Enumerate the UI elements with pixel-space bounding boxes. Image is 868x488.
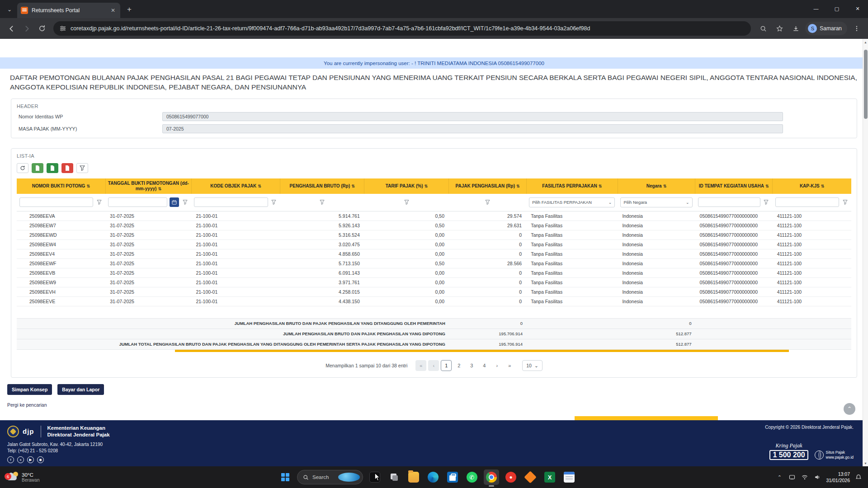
export-csv-button[interactable] [32, 163, 43, 173]
pagination-page-button[interactable]: 1 [441, 360, 452, 371]
volume-icon[interactable] [813, 473, 821, 481]
pagination-page-button[interactable]: 4 [479, 360, 490, 371]
scroll-to-top-button[interactable]: ⌃ [844, 403, 855, 415]
filter-funnel-icon[interactable] [484, 199, 491, 206]
taskbar-whatsapp[interactable]: ✆ [464, 469, 480, 485]
notification-bell-icon[interactable] [854, 473, 863, 481]
bookmark-star-icon[interactable] [773, 22, 786, 35]
table-row[interactable]: 25098EEVH31-07-202521-100-014.258.0150,0… [17, 287, 851, 296]
scrollbar-thumb[interactable] [864, 50, 868, 119]
column-header[interactable]: KAP-KJS⇅ [773, 178, 851, 194]
downloads-icon[interactable] [789, 22, 802, 35]
table-row[interactable]: 25098EEW431-07-202521-100-013.020.4750,0… [17, 239, 851, 249]
page-scrollbar[interactable]: ▲ ▼ [863, 39, 868, 466]
browser-tab-active[interactable]: Returnsheets Portal ✕ [17, 3, 120, 18]
taskbar-store[interactable] [445, 469, 460, 485]
window-close-button[interactable]: ✕ [847, 0, 868, 17]
taskbar-task-view[interactable] [387, 469, 402, 485]
sort-icon[interactable]: ⇅ [516, 184, 520, 188]
filter-funnel-icon[interactable] [95, 199, 103, 206]
reload-button[interactable] [35, 22, 49, 35]
sort-icon[interactable]: ⇅ [158, 187, 161, 191]
page-size-select[interactable]: 10 ⌄ [522, 360, 542, 371]
filter-kap-kjs-input[interactable] [775, 197, 839, 207]
table-row[interactable]: 25098EEW731-07-202521-100-015.926.1430,5… [17, 221, 851, 230]
pagination-last-button[interactable]: » [504, 360, 515, 371]
column-header[interactable]: NOMOR BUKTI POTONG⇅ [17, 178, 105, 194]
column-header[interactable]: Negara⇅ [618, 178, 695, 194]
sort-icon[interactable]: ⇅ [765, 184, 769, 188]
filter-funnel-icon[interactable] [270, 199, 278, 206]
filter-funnel-icon[interactable] [841, 199, 849, 206]
taskbar-excel[interactable]: X [542, 469, 557, 485]
pagination-page-button[interactable]: 3 [466, 360, 477, 371]
export-pdf-button[interactable] [61, 163, 73, 173]
sort-icon[interactable]: ⇅ [663, 184, 667, 188]
taskbar-clock[interactable]: 13:07 31/01/2026 [826, 471, 850, 483]
column-header[interactable]: PENGHASILAN BRUTO (Rp)⇅ [280, 178, 364, 194]
sort-icon[interactable]: ⇅ [258, 184, 261, 188]
sort-icon[interactable]: ⇅ [86, 184, 90, 188]
tray-chevron-icon[interactable]: ⌃ [775, 473, 783, 481]
filter-fasilitas-select[interactable]: Pilih FASILITAS PERPAJAKAN⌄ [529, 197, 615, 207]
table-row[interactable]: 25098EEVA31-07-202521-100-015.914.7610,5… [17, 211, 851, 221]
site-info-icon[interactable] [60, 25, 66, 32]
filter-id-tempat-input[interactable] [698, 197, 760, 207]
table-row[interactable]: 25098EEW931-07-202521-100-013.971.7610,0… [17, 277, 851, 287]
taskbar-app-orange[interactable] [523, 469, 538, 485]
taskbar-edge[interactable] [425, 469, 441, 485]
start-button[interactable] [278, 469, 293, 485]
taskbar-app-red[interactable]: ● [503, 469, 519, 485]
column-header[interactable]: ID TEMPAT KEGIATAN USAHA⇅ [695, 178, 773, 194]
sort-icon[interactable]: ⇅ [821, 184, 825, 188]
filter-funnel-icon[interactable] [763, 199, 770, 206]
facebook-icon[interactable]: f [7, 456, 14, 463]
filter-funnel-icon[interactable] [403, 199, 410, 206]
clear-filter-button[interactable] [76, 163, 88, 173]
sort-icon[interactable]: ⇅ [425, 184, 428, 188]
column-header[interactable]: TANGGAL BUKTI PEMOTONGAN (dd-mm-yyyy)⇅ [105, 178, 191, 194]
back-button[interactable] [5, 22, 18, 35]
pagination-page-button[interactable]: 2 [453, 360, 464, 371]
filter-funnel-icon[interactable] [319, 199, 326, 206]
zoom-icon[interactable] [756, 22, 770, 35]
sort-icon[interactable]: ⇅ [599, 184, 602, 188]
tray-pen-icon[interactable] [788, 473, 796, 481]
taskbar-chrome[interactable] [484, 469, 499, 485]
table-row[interactable]: 25098EEWF31-07-202521-100-015.713.1500,5… [17, 258, 851, 268]
export-excel-button[interactable] [47, 163, 58, 173]
tab-search-icon[interactable]: ⌄ [4, 4, 15, 15]
new-tab-button[interactable]: + [123, 3, 136, 16]
instagram-icon[interactable]: ◉ [37, 456, 44, 463]
sort-icon[interactable]: ⇅ [351, 184, 355, 188]
column-header[interactable]: TARIF PAJAK (%)⇅ [364, 178, 449, 194]
filter-tanggal-input[interactable] [108, 197, 167, 207]
pagination-next-button[interactable]: › [491, 360, 502, 371]
window-minimize-button[interactable]: — [806, 0, 826, 17]
weather-widget[interactable]: 6 30°C Berawan [0, 471, 108, 483]
browser-menu-icon[interactable] [850, 22, 863, 35]
filter-nomor-input[interactable] [19, 197, 93, 207]
table-row[interactable]: 25098EEWD31-07-202521-100-015.316.5240,0… [17, 230, 851, 239]
column-header[interactable]: FASILITAS PERPAJAKAN⇅ [526, 178, 618, 194]
network-icon[interactable] [801, 473, 809, 481]
pagination-first-button[interactable]: « [415, 360, 426, 371]
scrollbar-down-icon[interactable]: ▼ [863, 460, 868, 466]
filter-funnel-icon[interactable] [181, 199, 189, 206]
column-header[interactable]: PAJAK PENGHASILAN (Rp)⇅ [449, 178, 526, 194]
refresh-button[interactable] [17, 163, 28, 173]
taskbar-search-box[interactable]: Search [297, 470, 363, 484]
youtube-icon[interactable]: ▶ [27, 456, 34, 463]
forward-button[interactable] [20, 22, 33, 35]
pay-and-report-button[interactable]: Bayar dan Lapor [57, 384, 104, 395]
tab-close-icon[interactable]: ✕ [109, 7, 117, 14]
table-row[interactable]: 25098EEV431-07-202521-100-014.858.6500,0… [17, 249, 851, 258]
column-header[interactable]: KODE OBJEK PAJAK⇅ [191, 178, 280, 194]
table-row[interactable]: 25098EEVB31-07-202521-100-016.091.1430,0… [17, 268, 851, 277]
table-row[interactable]: 25098EEVE31-07-202521-100-014.438.1500,0… [17, 296, 851, 306]
go-to-search-link[interactable]: Pergi ke pencarian [7, 402, 47, 408]
taskbar-notepad[interactable] [561, 469, 577, 485]
twitter-icon[interactable]: x [17, 456, 24, 463]
scrollbar-up-icon[interactable]: ▲ [863, 39, 868, 45]
calendar-button[interactable] [170, 197, 179, 207]
